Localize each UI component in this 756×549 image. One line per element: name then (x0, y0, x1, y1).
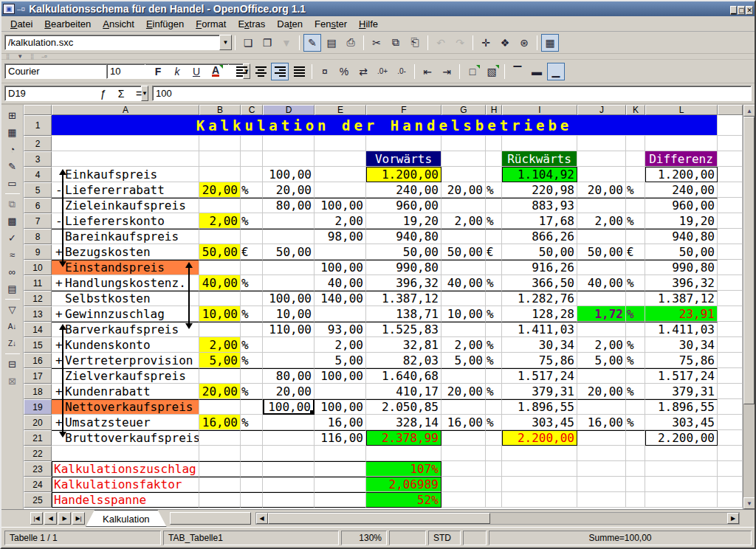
cell-H11[interactable]: % (486, 275, 502, 291)
cell-K21[interactable] (626, 430, 645, 446)
cell-D11[interactable] (263, 275, 315, 291)
menu-hilfe[interactable]: Hilfe (353, 17, 384, 31)
menu-extras[interactable]: Extras (232, 17, 271, 31)
edit-file-icon[interactable]: ✎ (303, 34, 321, 52)
cell-K19[interactable] (626, 399, 645, 415)
cell-E10[interactable]: 100,00 (315, 260, 366, 275)
cell-E9[interactable] (315, 244, 366, 260)
cell-I22[interactable] (502, 446, 577, 461)
cell-K23[interactable] (626, 461, 645, 477)
cell-extra-9[interactable] (718, 244, 743, 260)
cell-A25[interactable]: Handelsspanne (52, 492, 199, 508)
cell-J24[interactable] (577, 477, 626, 492)
cell-G19[interactable] (441, 399, 486, 415)
cell-L17[interactable]: 1.517,24 (645, 368, 718, 384)
row-header-17[interactable]: 17 (24, 368, 52, 384)
row-header-14[interactable]: 14 (24, 322, 52, 337)
cell-H25[interactable] (486, 492, 502, 508)
export-pdf-icon[interactable]: ▤ (323, 34, 340, 52)
cell-D9[interactable]: 50,00 (263, 244, 315, 260)
font-size-combo[interactable]: ▼ (106, 63, 142, 79)
row-header-13[interactable]: 13 (24, 306, 52, 322)
cell-F20[interactable]: 328,14 (366, 415, 441, 430)
cell-L20[interactable]: 303,45 (645, 415, 718, 430)
cell-extra-10[interactable] (718, 260, 743, 275)
cell-G23[interactable] (441, 461, 486, 477)
cell-C15[interactable]: % (241, 337, 263, 353)
cell-F6[interactable]: 960,00 (366, 198, 441, 213)
cell-J17[interactable] (577, 368, 626, 384)
cell-D10[interactable] (263, 260, 315, 275)
cell-J15[interactable]: 2,00 (577, 337, 626, 353)
cell-G18[interactable]: 20,00 (441, 384, 486, 399)
cell-G2[interactable] (441, 136, 486, 151)
cell-H9[interactable]: € (486, 244, 502, 260)
align-center-icon[interactable] (252, 63, 269, 80)
cell-I3[interactable]: Rückwärts (502, 151, 577, 167)
cell-C2[interactable] (241, 136, 263, 151)
cell-J3[interactable] (577, 151, 626, 167)
menu-bearbeiten[interactable]: Bearbeiten (38, 17, 97, 31)
cell-E14[interactable]: 93,00 (315, 322, 366, 337)
cell-extra-8[interactable] (718, 229, 743, 244)
cell-B21[interactable] (199, 430, 241, 446)
row-header-4[interactable]: 4 (24, 167, 52, 182)
cell-K17[interactable] (626, 368, 645, 384)
cell-K6[interactable] (626, 198, 645, 213)
cell-J20[interactable]: 16,00 (577, 415, 626, 430)
scroll-down-icon[interactable]: ▼ (743, 497, 755, 509)
col-header-I[interactable]: I (502, 105, 577, 115)
cell-I17[interactable]: 1.517,24 (502, 368, 577, 384)
menu-format[interactable]: Format (190, 17, 232, 31)
cell-G5[interactable]: 20,00 (441, 182, 486, 198)
cell-H7[interactable]: % (486, 213, 502, 229)
cell-D4[interactable]: 100,00 (263, 167, 315, 182)
cell-B24[interactable] (199, 477, 241, 492)
cell-G24[interactable] (441, 477, 486, 492)
cell-F9[interactable]: 50,00 (366, 244, 441, 260)
cell-I24[interactable] (502, 477, 577, 492)
cell-C23[interactable] (241, 461, 263, 477)
cell-extra-12[interactable] (718, 291, 743, 306)
cell-G6[interactable] (441, 198, 486, 213)
col-header-C[interactable]: C (241, 105, 263, 115)
menu-ansicht[interactable]: Ansicht (97, 17, 140, 31)
cell-C17[interactable] (241, 368, 263, 384)
gallery-icon[interactable]: ❖ (496, 34, 514, 52)
cell-G15[interactable]: 2,00 (441, 337, 486, 353)
row-header-2[interactable]: 2 (24, 136, 52, 151)
navigator-icon[interactable]: ✛ (477, 34, 495, 52)
tab-scrollbar-splitter[interactable] (170, 512, 251, 525)
cell-C16[interactable]: % (241, 353, 263, 368)
insert-icon[interactable]: ⊞ (4, 107, 21, 124)
add-decimal-icon[interactable]: .0+ (374, 63, 391, 80)
borders-icon[interactable]: □ (464, 63, 481, 80)
cell-B17[interactable] (199, 368, 241, 384)
cell-L16[interactable]: 75,86 (645, 353, 718, 368)
cell-H18[interactable]: % (486, 384, 502, 399)
cell-A22[interactable] (52, 446, 199, 461)
cell-B18[interactable]: 20,00 (199, 384, 241, 399)
cell-G14[interactable] (441, 322, 486, 337)
cell-A18[interactable]: +Kundenrabatt (52, 384, 199, 399)
cell-extra-22[interactable] (718, 446, 743, 461)
cell-K25[interactable] (626, 492, 645, 508)
col-header-B[interactable]: B (199, 105, 241, 115)
last-sheet-button[interactable]: ▶| (72, 512, 85, 525)
cell-B12[interactable] (199, 291, 241, 306)
cell-F3[interactable]: Vorwärts (366, 151, 441, 167)
cell-I4[interactable]: 1.104,92 (502, 167, 577, 182)
insert-graphics-icon[interactable]: ▦ (541, 34, 559, 52)
cell-B16[interactable]: 5,00 (199, 353, 241, 368)
cell-D6[interactable]: 80,00 (263, 198, 315, 213)
cell-extra-6[interactable] (718, 198, 743, 213)
cell-B7[interactable]: 2,00 (199, 213, 241, 229)
vertical-scrollbar[interactable]: ▲ ▼ (743, 105, 755, 509)
increase-indent-icon[interactable]: ⇥ (438, 63, 456, 80)
cell-E15[interactable]: 2,00 (315, 337, 366, 353)
cell-A15[interactable]: +Kundenskonto (52, 337, 199, 353)
cell-J4[interactable] (577, 167, 626, 182)
bold-icon[interactable]: F (149, 63, 167, 80)
title-bar[interactable]: ▣ –¤ Kalkulationsschema für den Handel -… (1, 1, 755, 16)
cell-I7[interactable]: 17,68 (502, 213, 577, 229)
